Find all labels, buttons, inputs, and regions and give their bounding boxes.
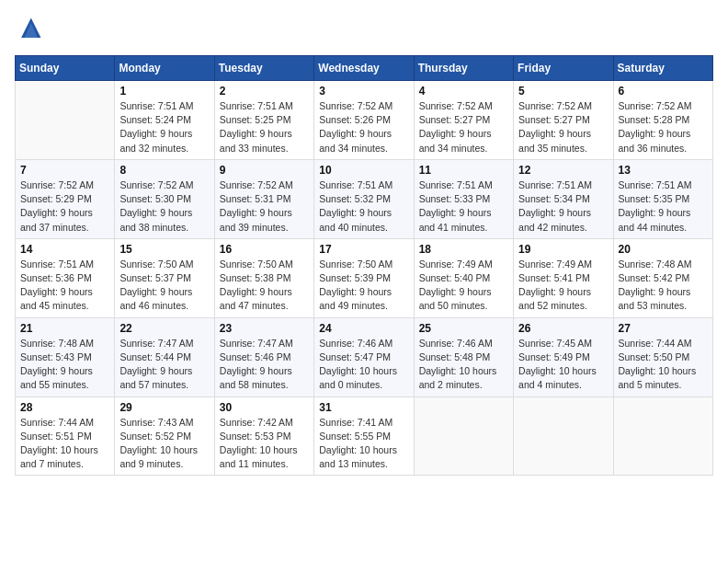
day-number: 28 xyxy=(20,401,109,414)
day-cell: 10Sunrise: 7:51 AMSunset: 5:32 PMDayligh… xyxy=(314,159,414,238)
day-cell: 19Sunrise: 7:49 AMSunset: 5:41 PMDayligh… xyxy=(514,238,613,317)
day-info: Sunrise: 7:49 AMSunset: 5:40 PMDaylight:… xyxy=(419,258,508,314)
day-number: 5 xyxy=(518,85,608,98)
day-cell: 6Sunrise: 7:52 AMSunset: 5:28 PMDaylight… xyxy=(613,81,712,160)
day-cell: 1Sunrise: 7:51 AMSunset: 5:24 PMDaylight… xyxy=(115,81,214,160)
day-info: Sunrise: 7:44 AMSunset: 5:50 PMDaylight:… xyxy=(619,337,708,393)
day-number: 12 xyxy=(518,164,608,177)
day-info: Sunrise: 7:48 AMSunset: 5:43 PMDaylight:… xyxy=(20,337,109,393)
page-header xyxy=(15,15,713,44)
day-cell: 7Sunrise: 7:52 AMSunset: 5:29 PMDaylight… xyxy=(16,159,115,238)
week-row-3: 14Sunrise: 7:51 AMSunset: 5:36 PMDayligh… xyxy=(16,238,713,317)
day-number: 9 xyxy=(220,164,309,177)
weekday-header-tuesday: Tuesday xyxy=(214,56,313,81)
day-info: Sunrise: 7:43 AMSunset: 5:52 PMDaylight:… xyxy=(119,416,209,472)
weekday-header-saturday: Saturday xyxy=(613,56,712,81)
day-cell: 9Sunrise: 7:52 AMSunset: 5:31 PMDaylight… xyxy=(214,159,313,238)
day-cell: 8Sunrise: 7:52 AMSunset: 5:30 PMDaylight… xyxy=(115,159,214,238)
day-number: 17 xyxy=(319,243,408,256)
day-number: 20 xyxy=(619,243,708,256)
weekday-header-thursday: Thursday xyxy=(414,56,513,81)
day-number: 21 xyxy=(20,322,109,335)
day-number: 16 xyxy=(220,243,309,256)
day-cell xyxy=(613,396,712,476)
day-number: 27 xyxy=(619,322,708,335)
weekday-header-friday: Friday xyxy=(514,56,613,81)
day-cell: 31Sunrise: 7:41 AMSunset: 5:55 PMDayligh… xyxy=(314,396,414,476)
day-info: Sunrise: 7:52 AMSunset: 5:31 PMDaylight:… xyxy=(220,178,309,235)
calendar-table: SundayMondayTuesdayWednesdayThursdayFrid… xyxy=(15,55,713,476)
day-info: Sunrise: 7:48 AMSunset: 5:42 PMDaylight:… xyxy=(619,258,708,314)
day-info: Sunrise: 7:52 AMSunset: 5:28 PMDaylight:… xyxy=(619,99,708,155)
day-info: Sunrise: 7:50 AMSunset: 5:39 PMDaylight:… xyxy=(319,258,408,314)
day-number: 8 xyxy=(119,164,209,177)
day-cell: 23Sunrise: 7:47 AMSunset: 5:46 PMDayligh… xyxy=(214,317,313,396)
day-info: Sunrise: 7:50 AMSunset: 5:38 PMDaylight:… xyxy=(220,258,309,314)
day-cell: 4Sunrise: 7:52 AMSunset: 5:27 PMDaylight… xyxy=(414,81,513,160)
day-number: 31 xyxy=(319,401,408,414)
day-info: Sunrise: 7:52 AMSunset: 5:30 PMDaylight:… xyxy=(119,178,209,235)
day-cell: 25Sunrise: 7:46 AMSunset: 5:48 PMDayligh… xyxy=(414,317,513,396)
day-number: 13 xyxy=(619,164,708,177)
day-info: Sunrise: 7:49 AMSunset: 5:41 PMDaylight:… xyxy=(518,258,608,314)
day-number: 25 xyxy=(419,322,508,335)
day-number: 1 xyxy=(119,85,209,98)
day-info: Sunrise: 7:52 AMSunset: 5:29 PMDaylight:… xyxy=(20,178,109,235)
day-number: 7 xyxy=(20,164,109,177)
day-number: 24 xyxy=(319,322,408,335)
day-cell: 11Sunrise: 7:51 AMSunset: 5:33 PMDayligh… xyxy=(414,159,513,238)
day-cell: 21Sunrise: 7:48 AMSunset: 5:43 PMDayligh… xyxy=(16,317,115,396)
weekday-header-row: SundayMondayTuesdayWednesdayThursdayFrid… xyxy=(16,56,713,81)
day-info: Sunrise: 7:46 AMSunset: 5:47 PMDaylight:… xyxy=(319,337,408,393)
day-number: 3 xyxy=(319,85,408,98)
day-info: Sunrise: 7:51 AMSunset: 5:35 PMDaylight:… xyxy=(619,178,708,235)
day-info: Sunrise: 7:52 AMSunset: 5:26 PMDaylight:… xyxy=(319,99,408,155)
day-cell: 3Sunrise: 7:52 AMSunset: 5:26 PMDaylight… xyxy=(314,81,414,160)
day-cell: 16Sunrise: 7:50 AMSunset: 5:38 PMDayligh… xyxy=(214,238,313,317)
day-cell: 5Sunrise: 7:52 AMSunset: 5:27 PMDaylight… xyxy=(514,81,613,160)
week-row-5: 28Sunrise: 7:44 AMSunset: 5:51 PMDayligh… xyxy=(16,396,713,476)
day-cell: 24Sunrise: 7:46 AMSunset: 5:47 PMDayligh… xyxy=(314,317,414,396)
day-info: Sunrise: 7:51 AMSunset: 5:36 PMDaylight:… xyxy=(20,258,109,314)
day-number: 23 xyxy=(220,322,309,335)
day-number: 11 xyxy=(419,164,508,177)
day-info: Sunrise: 7:51 AMSunset: 5:33 PMDaylight:… xyxy=(419,178,508,235)
day-cell: 29Sunrise: 7:43 AMSunset: 5:52 PMDayligh… xyxy=(115,396,214,476)
day-info: Sunrise: 7:47 AMSunset: 5:46 PMDaylight:… xyxy=(220,337,309,393)
day-info: Sunrise: 7:44 AMSunset: 5:51 PMDaylight:… xyxy=(20,416,109,472)
day-cell: 20Sunrise: 7:48 AMSunset: 5:42 PMDayligh… xyxy=(613,238,712,317)
day-cell: 14Sunrise: 7:51 AMSunset: 5:36 PMDayligh… xyxy=(16,238,115,317)
day-cell: 28Sunrise: 7:44 AMSunset: 5:51 PMDayligh… xyxy=(16,396,115,476)
day-cell xyxy=(16,81,115,160)
day-number: 18 xyxy=(419,243,508,256)
day-cell xyxy=(414,396,513,476)
day-cell: 26Sunrise: 7:45 AMSunset: 5:49 PMDayligh… xyxy=(514,317,613,396)
day-number: 2 xyxy=(220,85,309,98)
day-cell: 17Sunrise: 7:50 AMSunset: 5:39 PMDayligh… xyxy=(314,238,414,317)
day-cell: 27Sunrise: 7:44 AMSunset: 5:50 PMDayligh… xyxy=(613,317,712,396)
week-row-2: 7Sunrise: 7:52 AMSunset: 5:29 PMDaylight… xyxy=(16,159,713,238)
day-cell: 30Sunrise: 7:42 AMSunset: 5:53 PMDayligh… xyxy=(214,396,313,476)
day-info: Sunrise: 7:51 AMSunset: 5:25 PMDaylight:… xyxy=(220,99,309,155)
day-info: Sunrise: 7:45 AMSunset: 5:49 PMDaylight:… xyxy=(518,337,608,393)
logo-icon xyxy=(15,15,44,44)
day-info: Sunrise: 7:52 AMSunset: 5:27 PMDaylight:… xyxy=(518,99,608,155)
day-number: 4 xyxy=(419,85,508,98)
day-info: Sunrise: 7:46 AMSunset: 5:48 PMDaylight:… xyxy=(419,337,508,393)
day-info: Sunrise: 7:47 AMSunset: 5:44 PMDaylight:… xyxy=(119,337,209,393)
day-number: 22 xyxy=(119,322,209,335)
day-cell: 22Sunrise: 7:47 AMSunset: 5:44 PMDayligh… xyxy=(115,317,214,396)
day-cell: 13Sunrise: 7:51 AMSunset: 5:35 PMDayligh… xyxy=(613,159,712,238)
day-info: Sunrise: 7:51 AMSunset: 5:32 PMDaylight:… xyxy=(319,178,408,235)
week-row-1: 1Sunrise: 7:51 AMSunset: 5:24 PMDaylight… xyxy=(16,81,713,160)
day-info: Sunrise: 7:50 AMSunset: 5:37 PMDaylight:… xyxy=(119,258,209,314)
day-number: 29 xyxy=(119,401,209,414)
day-info: Sunrise: 7:41 AMSunset: 5:55 PMDaylight:… xyxy=(319,416,408,472)
day-cell: 18Sunrise: 7:49 AMSunset: 5:40 PMDayligh… xyxy=(414,238,513,317)
day-number: 26 xyxy=(518,322,608,335)
weekday-header-monday: Monday xyxy=(115,56,214,81)
day-number: 30 xyxy=(220,401,309,414)
day-cell xyxy=(514,396,613,476)
day-info: Sunrise: 7:51 AMSunset: 5:24 PMDaylight:… xyxy=(119,99,209,155)
day-number: 19 xyxy=(518,243,608,256)
